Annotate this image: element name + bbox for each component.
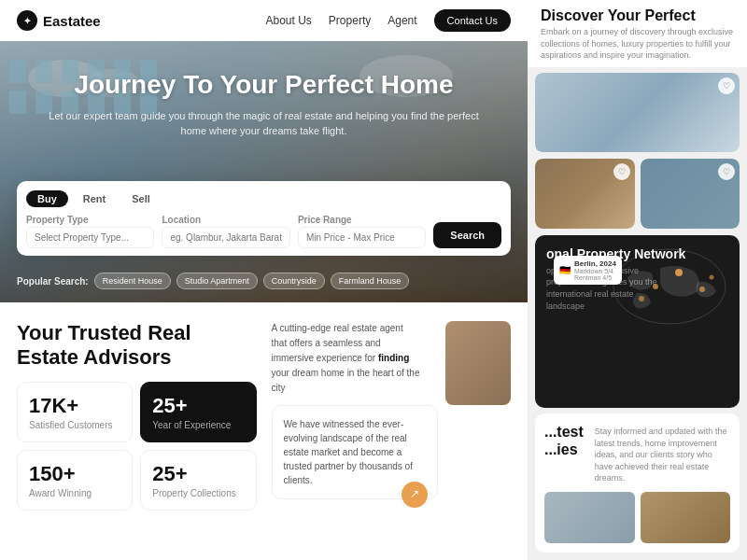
location-details: Marktown 5/4Rentman 4/5 [574,268,616,281]
stat-number: 17K+ [29,394,120,418]
property-image-1: ♡ [535,73,740,152]
property-type-field: Property Type [26,215,154,248]
nav-links: About Us Property Agent Contact Us [266,9,512,32]
advisor-right-content: A cutting-edge real estate agent that of… [272,321,512,511]
latest-text-block: ...test...ies [544,423,584,458]
svg-point-4 [639,296,644,301]
stat-number: 25+ [152,394,244,418]
discover-subtitle: Embark on a journey of discovery through… [541,26,734,62]
favorite-button-2[interactable]: ♡ [613,163,630,180]
svg-point-3 [699,287,705,292]
bottom-right-section: ...test...ies Stay informed and updated … [535,413,740,553]
right-panel: Discover Your Perfect Embark on a journe… [528,0,747,560]
latest-title: ...test...ies [544,423,584,458]
tag-countryside[interactable]: Countryside [263,273,325,289]
latest-content: ...test...ies Stay informed and updated … [544,423,730,484]
search-button[interactable]: Search [433,222,501,248]
below-hero: Your Trusted RealEstate Advisors 17K+ Sa… [0,302,528,529]
svg-point-5 [710,274,714,279]
popular-label: Popular Search: [17,276,89,287]
latest-images [544,492,730,543]
search-tabs: Buy Rent Sell [26,190,501,207]
network-section: onal Property Network opens doors to exc… [535,235,740,408]
advisor-description: A cutting-edge real estate agent that of… [272,321,421,396]
advisors-title: Your Trusted RealEstate Advisors [17,321,257,371]
discover-header: Discover Your Perfect Embark on a journe… [528,0,747,67]
nav-agent[interactable]: Agent [388,14,416,27]
tag-resident[interactable]: Resident House [94,273,171,289]
location-info: Berlin, 2024 Marktown 5/4Rentman 4/5 [574,259,616,281]
nav-property[interactable]: Property [329,14,371,27]
stat-number: 150+ [29,462,120,486]
popular-search: Popular Search: Resident House Studio Ap… [17,273,409,289]
favorite-button-1[interactable]: ♡ [718,77,735,94]
stat-property: 25+ Property Collections [140,450,256,511]
property-type-input[interactable] [26,227,154,248]
nav-about[interactable]: About Us [266,14,312,27]
property-type-label: Property Type [26,215,154,225]
navbar: ✦ Eastatee About Us Property Agent Conta… [0,0,528,41]
location-label: Location [162,215,289,225]
latest-description-block: Stay informed and updated with the lates… [595,423,730,484]
tag-farmland[interactable]: Farmland House [331,273,410,289]
stat-experience: 25+ Year of Experience [140,382,256,442]
property-image-3: ♡ [641,159,740,229]
stat-satisfied: 17K+ Satisfied Customers [17,382,133,442]
tab-sell[interactable]: Sell [120,190,162,207]
stat-number: 25+ [152,462,244,486]
logo-text: Eastatee [43,13,101,29]
latest-image-2 [641,492,731,543]
tab-rent[interactable]: Rent [72,190,117,207]
tag-studio[interactable]: Studio Apartment [176,273,258,289]
partner-image [445,321,511,405]
property-grid: ♡ ♡ ♡ [528,67,747,235]
location-field: Location [162,215,289,248]
discover-title: Discover Your Perfect [541,7,734,24]
search-bar: Buy Rent Sell Property Type Location Pri… [17,181,511,256]
location-input[interactable] [162,227,289,248]
latest-section: ...test...ies Stay informed and updated … [535,413,740,553]
price-range-input[interactable] [298,227,426,248]
arrow-button[interactable]: ↗ [402,482,428,508]
logo: ✦ Eastatee [17,10,101,31]
price-range-label: Price Range [298,215,426,225]
hero-subtitle: Let our expert team guide you through th… [37,108,490,139]
hero-content: Journey To Your Perfect Home Let our exp… [0,69,528,152]
latest-subtitle: Stay informed and updated with the lates… [595,426,730,484]
stat-label: Year of Experience [152,420,244,430]
advisor-description-block: A cutting-edge real estate agent that of… [272,321,439,499]
stat-award: 150+ Award Winning [17,450,133,511]
price-range-field: Price Range [298,215,426,248]
hero-title: Journey To Your Perfect Home [37,69,490,101]
favorite-button-3[interactable]: ♡ [718,163,735,180]
map-visual [609,245,730,329]
latest-image-1 [544,492,635,543]
stats-grid: 17K+ Satisfied Customers 25+ Year of Exp… [17,382,257,511]
hero-section: Journey To Your Perfect Home Let our exp… [0,41,528,302]
logo-icon: ✦ [17,10,37,31]
svg-point-1 [675,269,683,276]
location-card: 🇩🇪 Berlin, 2024 Marktown 5/4Rentman 4/5 [554,256,622,285]
property-bg-1 [535,73,740,152]
tab-buy[interactable]: Buy [26,190,68,207]
property-image-2: ♡ [535,159,635,229]
contact-button[interactable]: Contact Us [434,9,511,32]
svg-point-2 [653,284,658,289]
search-fields: Property Type Location Price Range Searc… [26,215,501,248]
stat-label: Property Collections [152,488,244,498]
stat-label: Satisfied Customers [29,420,120,430]
main-panel: ✦ Eastatee About Us Property Agent Conta… [0,0,528,560]
partner-card: We have witnessed the ever-evolving land… [272,405,439,499]
location-name: Berlin, 2024 [574,259,616,268]
world-map-svg [609,245,730,329]
advisors-section: Your Trusted RealEstate Advisors 17K+ Sa… [17,321,257,511]
stat-label: Award Winning [29,488,120,498]
partner-text: We have witnessed the ever-evolving land… [284,417,427,487]
